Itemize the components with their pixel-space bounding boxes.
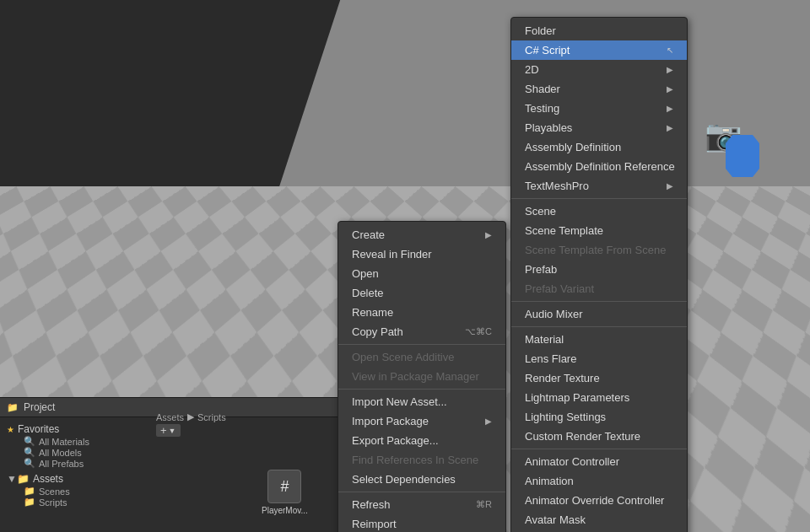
menu-open[interactable]: Open xyxy=(338,264,505,283)
separator-3 xyxy=(338,492,505,492)
menu-r-custom-render-label: Custom Render Texture xyxy=(525,430,640,443)
menu-r-material[interactable]: Material xyxy=(511,330,687,349)
menu-view-package-manager: View in Package Manager xyxy=(338,367,505,386)
menu-open-scene-label: Open Scene Additive xyxy=(352,351,454,363)
menu-r-csharp-label: C# Script xyxy=(525,44,570,56)
search-icon-sm: 🔍 xyxy=(24,436,35,447)
folder-icon-scenes: 📁 xyxy=(24,486,35,497)
context-menu-left: Create ▶ Reveal in Finder Open Delete Re… xyxy=(338,221,506,532)
menu-delete[interactable]: Delete xyxy=(338,283,505,303)
menu-refresh[interactable]: Refresh ⌘R xyxy=(338,495,505,514)
menu-r-prefab-variant: Prefab Variant xyxy=(511,279,687,298)
r-separator-3 xyxy=(511,326,687,327)
all-models-label: All Models xyxy=(39,448,82,458)
menu-r-scene-template[interactable]: Scene Template xyxy=(511,221,687,240)
scripts-label: Scripts xyxy=(39,497,68,508)
cursor-icon: ↖ xyxy=(667,46,673,55)
favorites-label: Favorites xyxy=(18,423,59,435)
menu-r-playables[interactable]: Playables ▶ xyxy=(511,118,687,137)
menu-r-scene[interactable]: Scene xyxy=(511,202,687,221)
menu-import-pkg-label: Import Package xyxy=(352,415,429,427)
menu-create-label: Create xyxy=(352,228,385,241)
menu-create-arrow: ▶ xyxy=(485,230,492,239)
menu-rename[interactable]: Rename xyxy=(338,303,505,322)
menu-select-dep-label: Select Dependencies xyxy=(352,473,456,486)
menu-r-assembly-def[interactable]: Assembly Definition xyxy=(511,137,687,157)
plus-button[interactable]: + ▼ xyxy=(156,424,181,437)
menu-r-animator-controller[interactable]: Animator Controller xyxy=(511,452,687,471)
menu-export-package[interactable]: Export Package... xyxy=(338,431,505,450)
menu-r-textmeshpro[interactable]: TextMeshPro ▶ xyxy=(511,176,687,196)
separator-1 xyxy=(338,344,505,345)
menu-r-2d-label: 2D xyxy=(525,63,539,76)
menu-r-testing[interactable]: Testing ▶ xyxy=(511,99,687,118)
menu-r-assembly-def-ref[interactable]: Assembly Definition Reference xyxy=(511,157,687,176)
menu-r-avatar-mask-label: Avatar Mask xyxy=(525,513,586,526)
menu-view-pkg-label: View in Package Manager xyxy=(352,370,479,383)
menu-r-scene-template-label: Scene Template xyxy=(525,224,603,237)
menu-r-lens-flare[interactable]: Lens Flare xyxy=(511,349,687,368)
menu-r-animator-override-label: Animator Override Controller xyxy=(525,494,664,507)
menu-r-animator-ctrl-label: Animator Controller xyxy=(525,455,619,468)
context-menu-right: Folder C# Script ↖ 2D ▶ Shader ▶ Testing… xyxy=(510,17,688,532)
file-icon[interactable]: # xyxy=(267,470,301,503)
all-prefabs-item[interactable]: 🔍 All Prefabs xyxy=(7,458,331,469)
folder-icon-scripts: 📁 xyxy=(24,497,35,508)
menu-r-testing-arrow: ▶ xyxy=(667,104,673,113)
menu-r-lightmap-params[interactable]: Lightmap Parameters xyxy=(511,388,687,407)
menu-r-lighting-settings[interactable]: Lighting Settings xyxy=(511,407,687,427)
menu-copy-path-shortcut: ⌥⌘C xyxy=(465,326,492,337)
menu-r-csharp[interactable]: C# Script ↖ xyxy=(511,40,687,60)
menu-reveal-label: Reveal in Finder xyxy=(352,248,432,261)
assets-folder-icon: ▼📁 xyxy=(7,473,30,485)
separator-2 xyxy=(338,389,505,390)
menu-r-textmeshpro-label: TextMeshPro xyxy=(525,180,589,192)
menu-r-textmeshpro-arrow: ▶ xyxy=(667,181,673,191)
menu-r-scene-template-from-scene: Scene Template From Scene xyxy=(511,240,687,260)
menu-open-label: Open xyxy=(352,267,379,280)
menu-r-lighting-label: Lighting Settings xyxy=(525,411,606,423)
menu-r-shader[interactable]: Shader ▶ xyxy=(511,79,687,99)
menu-r-render-texture[interactable]: Render Texture xyxy=(511,368,687,388)
menu-create[interactable]: Create ▶ xyxy=(338,225,505,245)
menu-r-scene-label: Scene xyxy=(525,205,556,218)
star-icon: ★ xyxy=(7,425,14,434)
menu-find-ref-label: Find References In Scene xyxy=(352,454,478,466)
menu-export-pkg-label: Export Package... xyxy=(352,434,439,447)
menu-r-scene-tfs-label: Scene Template From Scene xyxy=(525,244,666,256)
menu-import-package[interactable]: Import Package ▶ xyxy=(338,411,505,431)
menu-refresh-label: Refresh xyxy=(352,498,391,511)
menu-r-animator-override[interactable]: Animator Override Controller xyxy=(511,491,687,510)
menu-r-2d[interactable]: 2D ▶ xyxy=(511,60,687,79)
menu-r-material-label: Material xyxy=(525,333,564,346)
menu-select-dependencies[interactable]: Select Dependencies xyxy=(338,470,505,489)
menu-reimport[interactable]: Reimport xyxy=(338,514,505,532)
menu-import-pkg-arrow: ▶ xyxy=(485,416,492,426)
menu-reimport-label: Reimport xyxy=(352,518,397,530)
breadcrumb: Assets ▶ Scripts xyxy=(156,411,226,422)
plus-icon: + xyxy=(160,424,167,437)
menu-r-testing-label: Testing xyxy=(525,102,559,115)
all-models-item[interactable]: 🔍 All Models xyxy=(7,447,331,458)
menu-r-folder[interactable]: Folder xyxy=(511,21,687,40)
all-materials-label: All Materials xyxy=(39,437,89,447)
menu-r-assembly-def-label: Assembly Definition xyxy=(525,141,621,153)
menu-r-animation[interactable]: Animation xyxy=(511,471,687,491)
menu-r-2d-arrow: ▶ xyxy=(667,65,673,74)
menu-r-custom-render-texture[interactable]: Custom Render Texture xyxy=(511,427,687,446)
search-icon-sm3: 🔍 xyxy=(24,458,35,469)
menu-import-new-asset[interactable]: Import New Asset... xyxy=(338,392,505,411)
menu-reveal-finder[interactable]: Reveal in Finder xyxy=(338,245,505,264)
menu-r-playables-arrow: ▶ xyxy=(667,123,673,132)
r-separator-1 xyxy=(511,198,687,199)
menu-import-new-label: Import New Asset... xyxy=(352,395,447,408)
menu-copy-path[interactable]: Copy Path ⌥⌘C xyxy=(338,322,505,341)
menu-copy-path-label: Copy Path xyxy=(352,325,403,338)
all-materials-item[interactable]: 🔍 All Materials xyxy=(7,436,331,447)
menu-r-avatar-mask[interactable]: Avatar Mask xyxy=(511,510,687,529)
menu-r-audio-mixer[interactable]: Audio Mixer xyxy=(511,304,687,324)
file-label: PlayerMov... xyxy=(262,506,308,515)
menu-r-prefab[interactable]: Prefab xyxy=(511,260,687,279)
plus-dropdown-icon: ▼ xyxy=(169,427,176,435)
panel-folder-icon: 📁 xyxy=(7,402,19,413)
